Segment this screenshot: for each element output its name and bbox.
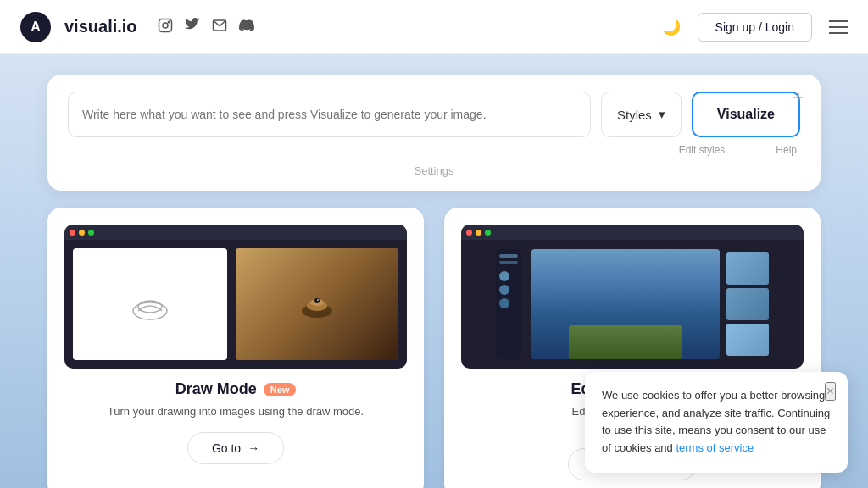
logo-icon: A bbox=[20, 12, 51, 42]
draw-mode-description: Turn your drawing into images using the … bbox=[64, 403, 407, 420]
cookie-notice: × We use cookies to offer you a better b… bbox=[585, 372, 848, 473]
styles-button[interactable]: Styles ▾ bbox=[601, 92, 682, 137]
signup-button[interactable]: Sign up / Login bbox=[698, 13, 812, 42]
twitter-icon[interactable] bbox=[185, 18, 200, 36]
navbar-left: A visuali.io bbox=[20, 12, 254, 42]
styles-label: Styles bbox=[617, 108, 652, 122]
help-label: Help bbox=[776, 144, 797, 156]
navbar: A visuali.io 🌙 Sign up / Login bbox=[0, 0, 868, 54]
add-icon[interactable]: + bbox=[793, 86, 804, 108]
edit-styles-label: Edit styles bbox=[679, 144, 726, 156]
right-img-inner: 🏠 bbox=[461, 225, 804, 369]
dark-mode-icon[interactable]: 🌙 bbox=[662, 18, 681, 36]
svg-rect-0 bbox=[159, 19, 171, 31]
social-icons bbox=[158, 18, 254, 36]
discord-icon[interactable] bbox=[239, 18, 254, 36]
mail-icon[interactable] bbox=[212, 18, 227, 36]
thumbnail-strip bbox=[726, 252, 769, 356]
instagram-icon[interactable] bbox=[158, 18, 173, 36]
visualize-button[interactable]: Visualize bbox=[692, 92, 800, 137]
draw-mode-goto-button[interactable]: Go to → bbox=[187, 432, 284, 464]
settings-label: Settings bbox=[415, 164, 454, 177]
logo-letter: A bbox=[31, 19, 41, 35]
prompt-input[interactable] bbox=[68, 92, 591, 137]
card-title-row: Draw Mode New bbox=[64, 380, 407, 398]
arrow-right-icon: → bbox=[248, 441, 259, 455]
prompt-labels: Edit styles Help bbox=[68, 144, 800, 156]
svg-point-2 bbox=[168, 21, 170, 23]
goto-label: Go to bbox=[212, 441, 241, 455]
draw-mode-card-image bbox=[64, 225, 407, 369]
svg-point-1 bbox=[163, 23, 168, 28]
main-image-area: 🏠 bbox=[531, 249, 720, 358]
prompt-row: Styles ▾ Visualize bbox=[68, 92, 800, 137]
navbar-right: 🌙 Sign up / Login bbox=[662, 13, 848, 42]
settings-row: Settings bbox=[68, 164, 800, 177]
cookie-close-button[interactable]: × bbox=[825, 382, 836, 401]
draw-mode-title: Draw Mode bbox=[175, 380, 257, 398]
edit-mode-card-image: 🏠 bbox=[461, 225, 804, 369]
svg-point-9 bbox=[314, 298, 320, 303]
logo-text: visuali.io bbox=[64, 17, 137, 36]
preview-area bbox=[236, 248, 398, 360]
draw-mode-card: Draw Mode New Turn your drawing into ima… bbox=[47, 208, 424, 488]
sketch-area bbox=[73, 248, 227, 360]
card-img-inner bbox=[64, 225, 407, 369]
chevron-down-icon: ▾ bbox=[659, 107, 665, 122]
svg-point-10 bbox=[317, 299, 319, 301]
prompt-container: + Styles ▾ Visualize Edit styles Help Se… bbox=[47, 75, 821, 191]
terms-of-service-link[interactable]: terms of service bbox=[676, 441, 754, 454]
hamburger-menu-icon[interactable] bbox=[829, 20, 848, 34]
new-badge: New bbox=[264, 383, 297, 396]
